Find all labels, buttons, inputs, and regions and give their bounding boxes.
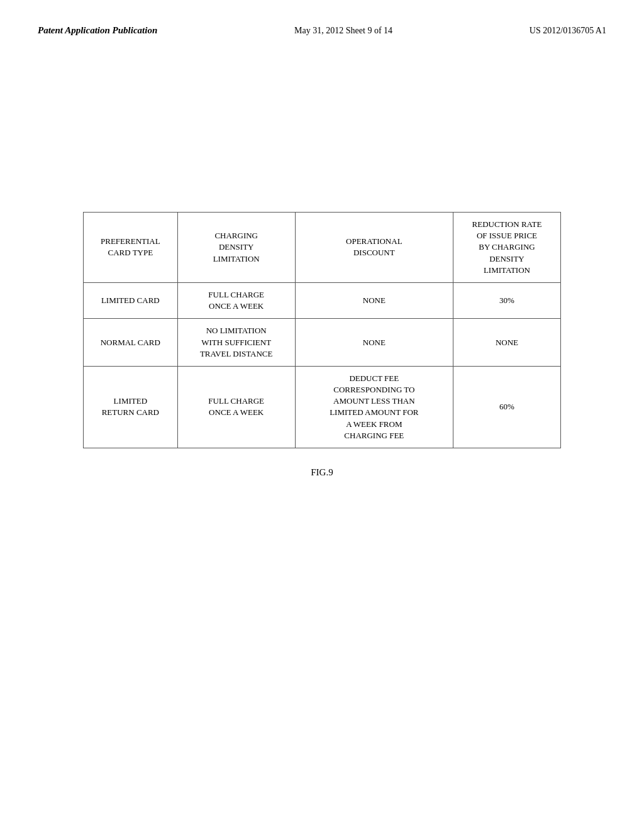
cell-limited-card-charging: FULL CHARGEONCE A WEEK bbox=[177, 282, 295, 318]
cell-limited-card-type: LIMITED CARD bbox=[84, 282, 178, 318]
table-wrapper: PREFERENTIALCARD TYPE CHARGINGDENSITYLIM… bbox=[83, 212, 561, 448]
col-header-charging-density: CHARGINGDENSITYLIMITATION bbox=[177, 213, 295, 283]
table-row: NORMAL CARD NO LIMITATIONWITH SUFFICIENT… bbox=[84, 319, 561, 367]
cell-normal-card-type: NORMAL CARD bbox=[84, 319, 178, 367]
col-header-card-type: PREFERENTIALCARD TYPE bbox=[84, 213, 178, 283]
header-publication: Patent Application Publication bbox=[38, 25, 157, 36]
cell-return-card-reduction: 60% bbox=[453, 366, 560, 448]
cell-return-card-charging: FULL CHARGEONCE A WEEK bbox=[177, 366, 295, 448]
cell-return-card-discount: DEDUCT FEECORRESPONDING TOAMOUNT LESS TH… bbox=[295, 366, 453, 448]
header-patent-number: US 2012/0136705 A1 bbox=[530, 26, 606, 36]
table-row: LIMITED CARD FULL CHARGEONCE A WEEK NONE… bbox=[84, 282, 561, 318]
data-table: PREFERENTIALCARD TYPE CHARGINGDENSITYLIM… bbox=[83, 212, 561, 448]
table-row: LIMITEDRETURN CARD FULL CHARGEONCE A WEE… bbox=[84, 366, 561, 448]
table-header-row: PREFERENTIALCARD TYPE CHARGINGDENSITYLIM… bbox=[84, 213, 561, 283]
cell-limited-card-discount: NONE bbox=[295, 282, 453, 318]
cell-normal-card-discount: NONE bbox=[295, 319, 453, 367]
col-header-operational-discount: OPERATIONALDISCOUNT bbox=[295, 213, 453, 283]
cell-normal-card-charging: NO LIMITATIONWITH SUFFICIENTTRAVEL DISTA… bbox=[177, 319, 295, 367]
page-container: Patent Application Publication May 31, 2… bbox=[0, 0, 644, 830]
header-date-sheet: May 31, 2012 Sheet 9 of 14 bbox=[294, 26, 392, 36]
content-area: PREFERENTIALCARD TYPE CHARGINGDENSITYLIM… bbox=[38, 48, 606, 478]
cell-return-card-type: LIMITEDRETURN CARD bbox=[84, 366, 178, 448]
page-header: Patent Application Publication May 31, 2… bbox=[38, 25, 606, 36]
cell-normal-card-reduction: NONE bbox=[453, 319, 560, 367]
col-header-reduction-rate: REDUCTION RATEOF ISSUE PRICEBY CHARGINGD… bbox=[453, 213, 560, 283]
figure-label: FIG.9 bbox=[311, 467, 333, 478]
cell-limited-card-reduction: 30% bbox=[453, 282, 560, 318]
